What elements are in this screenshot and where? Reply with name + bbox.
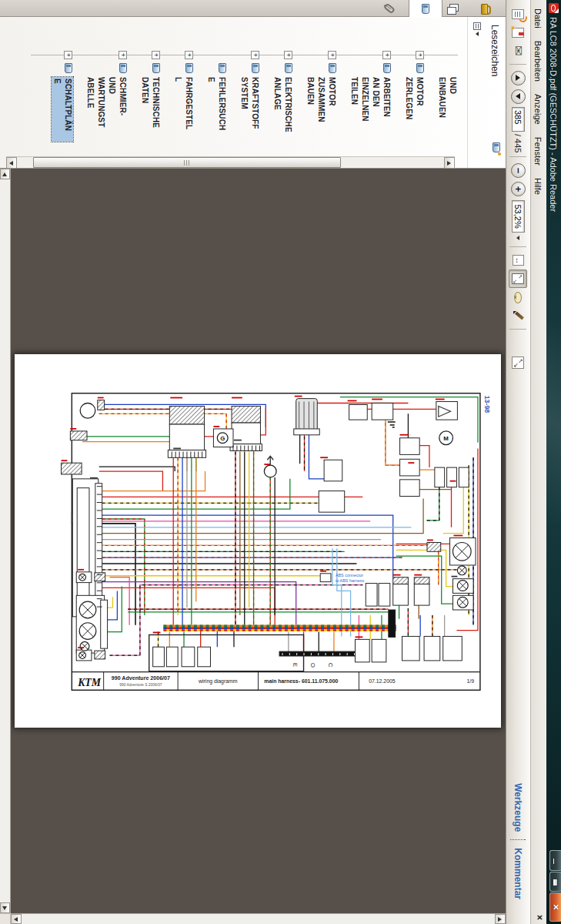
bookmark-item[interactable]: +KRAFTSTOFFSYSTEM <box>239 17 260 156</box>
connector-letter-c: C <box>328 662 335 667</box>
star-icon: ✶ <box>509 25 517 31</box>
bookmark-list-container: +MOTORAUSBAUENUNDEINBAUEN+MOTORZERLEGEN+… <box>0 17 458 156</box>
arrow-down-icon <box>10 161 14 166</box>
arrow-down-icon <box>15 917 18 922</box>
expand-icon[interactable]: + <box>152 51 160 59</box>
document-area[interactable]: GM KTM 990 Adventure 2006/07 990 Adventu… <box>0 169 506 924</box>
bookmark-label: KRAFTSTOFFSYSTEM <box>239 77 260 148</box>
comment-balloon-icon <box>515 292 523 303</box>
page-up-icon <box>516 75 521 81</box>
bookmark-label: TECHNISCHEDATEN <box>139 77 161 148</box>
panel-scrollbar[interactable] <box>6 156 455 168</box>
menu-item-bearbeiten[interactable]: Bearbeiten <box>531 35 545 88</box>
bookmark-item[interactable]: +ELEKTRISCHEANLAGE <box>272 17 293 156</box>
expand-icon[interactable]: + <box>382 51 391 59</box>
bookmark-item[interactable]: +TECHNISCHEDATEN <box>139 17 161 156</box>
bookmark-badge <box>498 152 501 156</box>
bookmark-item[interactable]: +FAHRGESTELL <box>172 17 194 156</box>
bookmark-item[interactable]: +MOTORZUSAMMENBAUEN <box>305 17 337 156</box>
close-document-button[interactable]: × <box>535 915 544 920</box>
expand-icon[interactable]: + <box>251 51 259 59</box>
bookmark-icon <box>65 63 72 73</box>
drawing-date: 07.12.2005 <box>369 678 396 684</box>
fit-width-icon: ↔ <box>513 255 524 266</box>
bookmark-item[interactable]: +SCHMIER-UNDWARTUNGSTABELLE <box>85 17 128 156</box>
arrow-up-icon <box>448 161 452 166</box>
attachments-panel-button[interactable] <box>376 0 402 17</box>
minimize-button[interactable] <box>549 850 561 871</box>
doc-vertical-scrollbar[interactable] <box>11 913 506 924</box>
menu-item-datei[interactable]: Datei <box>531 2 545 35</box>
pdf-page: GM KTM 990 Adventure 2006/07 990 Adventu… <box>15 354 501 728</box>
zoom-out-button[interactable]: − <box>509 161 528 179</box>
doc-scroll-right-button[interactable] <box>0 902 10 913</box>
doc-horizontal-scrollbar[interactable] <box>0 169 11 913</box>
create-pdf-button[interactable] <box>509 5 528 23</box>
bookmark-item[interactable]: +MOTORAUSBAUENUNDEINBAUEN <box>436 17 458 156</box>
fit-page-icon: ↖↘ <box>513 273 525 284</box>
page-down-icon <box>516 93 521 99</box>
pen-icon <box>513 310 524 321</box>
page-total-label: / 445 <box>514 134 523 152</box>
pages-panel-button[interactable] <box>441 0 467 17</box>
abs-note-line2: to ABS harness <box>336 578 365 582</box>
doc-scroll-left-button[interactable] <box>0 169 10 179</box>
expand-icon[interactable]: + <box>328 51 336 59</box>
toolbar-separator <box>510 246 527 247</box>
next-page-button[interactable] <box>509 87 528 105</box>
expand-icon[interactable]: + <box>64 51 72 59</box>
fullscreen-button[interactable]: ↖↘ <box>509 353 528 372</box>
bookmark-item[interactable]: +ARBEITENAN DENEINZELNENTEILEN <box>349 17 392 156</box>
tab-kommentar[interactable]: Kommentar <box>513 840 524 907</box>
toolbar: ✶ ✉ / 445 − + 53,2% ↔ ↖↘ ↖↘ WerkzeugeKom… <box>506 0 530 924</box>
menu-item-fenster[interactable]: Fenster <box>531 131 545 172</box>
menu-item-anzeige[interactable]: Anzeige <box>531 88 545 131</box>
scroll-down-button[interactable] <box>6 157 17 169</box>
rotated-screenshot: RA LC8 2008-D.pdf (GESCHÜTZT) - Adobe Re… <box>0 0 561 924</box>
bookmarks-panel-button[interactable] <box>409 0 442 18</box>
current-bookmark-icon[interactable] <box>493 142 500 152</box>
tab-werkzeuge[interactable]: Werkzeuge <box>513 775 524 839</box>
model-subtitle: 990 Adventure S 2006/07 <box>120 683 163 687</box>
lock-icon <box>482 4 492 13</box>
email-button[interactable]: ✉ <box>509 42 528 60</box>
close-button[interactable]: × <box>549 892 561 922</box>
expand-icon[interactable]: + <box>416 51 424 59</box>
titlebar-sheen <box>546 323 561 524</box>
maximize-button[interactable] <box>549 872 561 892</box>
arrow-up-icon <box>499 917 503 922</box>
bookmark-icon <box>422 4 429 14</box>
export-pdf-button[interactable]: ✶ <box>509 23 528 42</box>
security-panel-button[interactable] <box>473 0 499 17</box>
toolbar-separator <box>510 156 527 157</box>
sign-button[interactable] <box>509 306 528 325</box>
scroll-mode-button[interactable]: ↔ <box>509 251 528 270</box>
scroll-up-button[interactable] <box>444 157 455 169</box>
scrollbar-corner <box>0 913 11 924</box>
pages-icon <box>449 4 459 14</box>
zoom-level-box[interactable]: 53,2% <box>512 200 525 233</box>
page-number-input[interactable] <box>512 107 525 132</box>
zoom-in-button[interactable]: + <box>509 179 528 198</box>
bookmark-item[interactable]: +MOTORZERLEGEN <box>403 17 425 156</box>
comment-button[interactable] <box>509 288 528 306</box>
menu-item-hilfe[interactable]: Hilfe <box>531 172 545 201</box>
bookmark-item[interactable]: +SCHALTPLÄNE <box>52 17 73 156</box>
zoom-dropdown-button[interactable] <box>512 233 525 243</box>
panel-options-button[interactable] <box>470 22 484 41</box>
pdf-file-icon <box>549 3 559 13</box>
bookmark-item[interactable]: FEHLERSUCHE <box>205 17 227 156</box>
bookmark-icon <box>383 63 391 73</box>
fit-page-button[interactable]: ↖↘ <box>509 270 528 288</box>
toolbar-separator <box>510 64 527 65</box>
expand-icon[interactable]: + <box>119 51 127 59</box>
expand-icon[interactable]: + <box>284 51 292 59</box>
doc-scroll-up-button[interactable] <box>495 914 506 924</box>
email-icon: ✉ <box>513 45 525 55</box>
scroll-thumb[interactable] <box>33 157 341 168</box>
panel-options-row <box>467 17 486 168</box>
previous-page-button[interactable] <box>509 69 528 87</box>
bookmark-label: MOTORZERLEGEN <box>403 77 425 148</box>
doc-scroll-down-button[interactable] <box>11 914 22 924</box>
expand-icon[interactable]: + <box>185 51 193 59</box>
